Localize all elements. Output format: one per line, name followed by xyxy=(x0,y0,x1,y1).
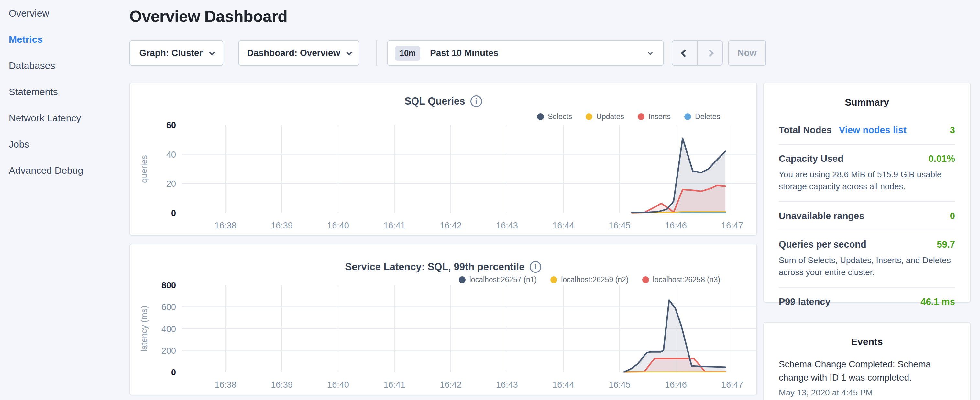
sidebar-item-metrics[interactable]: Metrics xyxy=(0,26,129,53)
svg-text:16:43: 16:43 xyxy=(496,380,518,390)
summary-value: 59.7 xyxy=(937,239,955,250)
page-title: Overview Dashboard xyxy=(129,7,287,26)
sidebar-item-statements[interactable]: Statements xyxy=(0,79,129,105)
summary-label: P99 latency xyxy=(779,296,830,307)
summary-value: 0.01% xyxy=(929,153,955,164)
svg-text:600: 600 xyxy=(161,302,176,312)
summary-row-queries-per-second: Queries per second59.7Sum of Selects, Up… xyxy=(779,230,955,288)
time-pager xyxy=(672,40,723,66)
svg-text:16:38: 16:38 xyxy=(215,221,237,230)
summary-description: You are using 28.6 MiB of 515.9 GiB usab… xyxy=(779,169,955,193)
summary-description: Sum of Selects, Updates, Inserts, and De… xyxy=(779,254,955,279)
svg-text:16:47: 16:47 xyxy=(721,380,743,390)
svg-text:16:45: 16:45 xyxy=(609,380,631,390)
summary-value: 46.1 ms xyxy=(921,296,955,307)
event-timestamp: May 13, 2020 at 4:45 PM xyxy=(779,388,955,398)
summary-label: Unavailable ranges xyxy=(779,211,864,222)
svg-text:16:41: 16:41 xyxy=(383,221,406,230)
svg-text:16:47: 16:47 xyxy=(721,221,743,230)
svg-text:0: 0 xyxy=(171,368,176,377)
svg-text:40: 40 xyxy=(166,150,176,159)
summary-row-unavailable-ranges: Unavailable ranges0 xyxy=(779,202,955,230)
summary-title: Summary xyxy=(779,97,955,108)
svg-text:0: 0 xyxy=(171,209,176,218)
sidebar-nav: OverviewMetricsDatabasesStatementsNetwor… xyxy=(0,0,129,400)
svg-text:20: 20 xyxy=(166,179,176,189)
graph-scope-dropdown[interactable]: Graph: Cluster xyxy=(129,40,223,66)
summary-value: 3 xyxy=(950,125,955,135)
time-prev-button[interactable] xyxy=(672,41,697,65)
svg-text:16:44: 16:44 xyxy=(552,221,574,230)
service-latency-chart-card: Service Latency: SQL, 99th percentile i … xyxy=(129,244,757,395)
svg-text:16:44: 16:44 xyxy=(552,380,574,390)
svg-text:queries: queries xyxy=(139,155,149,183)
sql-queries-plot[interactable]: 020406016:3816:3916:4016:4116:4216:4316:… xyxy=(130,82,758,235)
svg-text:400: 400 xyxy=(161,324,176,334)
events-panel: Events Schema Change Completed: Schema c… xyxy=(763,322,970,400)
sidebar-item-databases[interactable]: Databases xyxy=(0,53,129,79)
now-button[interactable]: Now xyxy=(728,40,766,66)
svg-text:200: 200 xyxy=(161,346,176,356)
sidebar-item-jobs[interactable]: Jobs xyxy=(0,131,129,157)
chevron-down-icon xyxy=(209,49,215,55)
sql-queries-chart-card: SQL Queries i SelectsUpdatesInsertsDelet… xyxy=(129,83,757,236)
time-range-picker[interactable]: 10m Past 10 Minutes xyxy=(387,40,663,66)
summary-panel: Summary Total NodesView nodes list3Capac… xyxy=(763,83,970,303)
chevron-left-icon xyxy=(681,49,689,57)
chevron-down-icon xyxy=(347,49,352,55)
svg-text:800: 800 xyxy=(161,280,176,290)
svg-text:16:40: 16:40 xyxy=(327,221,349,230)
svg-text:16:46: 16:46 xyxy=(665,221,687,230)
chevron-right-icon xyxy=(706,49,714,57)
toolbar-divider xyxy=(376,40,377,66)
summary-label: Queries per second xyxy=(779,239,866,250)
svg-text:16:45: 16:45 xyxy=(609,221,631,230)
sidebar-item-advanced-debug[interactable]: Advanced Debug xyxy=(0,157,129,183)
svg-text:16:40: 16:40 xyxy=(327,380,349,390)
service-latency-plot[interactable]: 020040060080016:3816:3916:4016:4116:4216… xyxy=(130,243,758,395)
graph-scope-label: Graph: Cluster xyxy=(139,48,202,58)
toolbar: Graph: Cluster Dashboard: Overview 10m P… xyxy=(129,40,766,66)
chevron-down-icon xyxy=(648,50,653,55)
events-title: Events xyxy=(779,336,955,347)
event-message[interactable]: Schema Change Completed: Schema change w… xyxy=(779,358,955,384)
svg-text:16:43: 16:43 xyxy=(496,221,518,230)
view-nodes-list-link[interactable]: View nodes list xyxy=(839,125,907,135)
svg-text:16:39: 16:39 xyxy=(271,221,293,230)
summary-value: 0 xyxy=(950,211,955,222)
time-range-chip: 10m xyxy=(395,46,420,61)
time-range-label: Past 10 Minutes xyxy=(430,48,648,58)
summary-row-p99-latency: P99 latency46.1 ms xyxy=(779,288,955,316)
sidebar-item-network-latency[interactable]: Network Latency xyxy=(0,105,129,131)
time-next-button[interactable] xyxy=(697,41,722,65)
svg-text:60: 60 xyxy=(166,120,176,130)
sidebar-item-overview[interactable]: Overview xyxy=(0,0,129,26)
summary-row-total-nodes: Total NodesView nodes list3 xyxy=(779,116,955,145)
svg-text:16:38: 16:38 xyxy=(215,380,237,390)
svg-text:16:46: 16:46 xyxy=(665,380,687,390)
summary-row-capacity-used: Capacity Used0.01%You are using 28.6 MiB… xyxy=(779,145,955,202)
svg-text:latency (ms): latency (ms) xyxy=(139,306,149,352)
dashboard-label: Dashboard: Overview xyxy=(247,48,340,58)
svg-text:16:39: 16:39 xyxy=(271,380,293,390)
summary-label: Capacity Used xyxy=(779,153,843,164)
svg-text:16:41: 16:41 xyxy=(383,380,406,390)
main-content: Overview Dashboard Graph: Cluster Dashbo… xyxy=(129,0,757,400)
svg-text:16:42: 16:42 xyxy=(440,380,462,390)
summary-label: Total Nodes xyxy=(779,125,832,135)
dashboard-dropdown[interactable]: Dashboard: Overview xyxy=(239,40,360,66)
svg-text:16:42: 16:42 xyxy=(440,221,462,230)
